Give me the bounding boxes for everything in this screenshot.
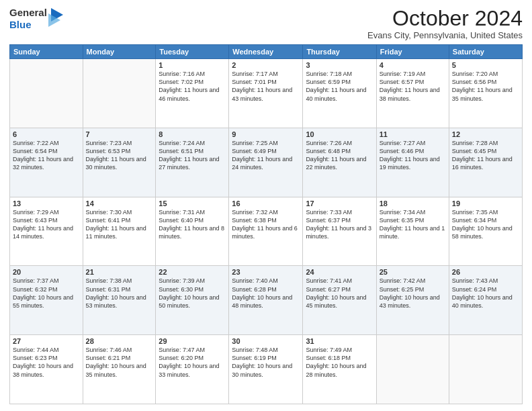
day-number: 18	[380, 199, 446, 208]
day-number: 21	[86, 268, 153, 276]
day-info: Sunrise: 7:27 AM Sunset: 6:46 PM Dayligh…	[380, 139, 446, 172]
table-row: 28Sunrise: 7:46 AM Sunset: 6:21 PM Dayli…	[83, 335, 156, 404]
day-number: 14	[86, 199, 153, 208]
day-info: Sunrise: 7:31 AM Sunset: 6:40 PM Dayligh…	[159, 208, 226, 241]
day-number: 25	[380, 268, 446, 276]
table-row: 11Sunrise: 7:27 AM Sunset: 6:46 PM Dayli…	[376, 128, 449, 197]
day-number: 7	[86, 130, 153, 138]
day-info: Sunrise: 7:42 AM Sunset: 6:25 PM Dayligh…	[380, 277, 446, 310]
col-tuesday: Tuesday	[156, 45, 229, 59]
day-info: Sunrise: 7:16 AM Sunset: 7:02 PM Dayligh…	[159, 70, 226, 103]
table-row: 18Sunrise: 7:34 AM Sunset: 6:35 PM Dayli…	[376, 197, 449, 266]
day-info: Sunrise: 7:22 AM Sunset: 6:54 PM Dayligh…	[13, 139, 80, 172]
day-number: 15	[159, 199, 226, 208]
table-row: 27Sunrise: 7:44 AM Sunset: 6:23 PM Dayli…	[10, 335, 83, 404]
table-row: 1Sunrise: 7:16 AM Sunset: 7:02 PM Daylig…	[156, 59, 229, 128]
table-row: 7Sunrise: 7:23 AM Sunset: 6:53 PM Daylig…	[83, 128, 156, 197]
table-row: 9Sunrise: 7:25 AM Sunset: 6:49 PM Daylig…	[229, 128, 303, 197]
day-number: 5	[452, 61, 519, 69]
table-row: 25Sunrise: 7:42 AM Sunset: 6:25 PM Dayli…	[376, 266, 449, 335]
col-sunday: Sunday	[10, 45, 83, 59]
day-info: Sunrise: 7:47 AM Sunset: 6:20 PM Dayligh…	[159, 346, 226, 379]
day-info: Sunrise: 7:18 AM Sunset: 6:59 PM Dayligh…	[306, 70, 373, 103]
table-row: 10Sunrise: 7:26 AM Sunset: 6:48 PM Dayli…	[303, 128, 376, 197]
day-info: Sunrise: 7:38 AM Sunset: 6:31 PM Dayligh…	[86, 277, 153, 310]
day-number: 20	[13, 268, 80, 276]
day-info: Sunrise: 7:49 AM Sunset: 6:18 PM Dayligh…	[306, 346, 373, 379]
day-info: Sunrise: 7:20 AM Sunset: 6:56 PM Dayligh…	[452, 70, 519, 103]
calendar-table: Sunday Monday Tuesday Wednesday Thursday…	[9, 44, 523, 404]
day-number: 2	[232, 61, 300, 69]
day-number: 1	[159, 61, 226, 69]
table-row: 30Sunrise: 7:48 AM Sunset: 6:19 PM Dayli…	[229, 335, 303, 404]
table-row: 14Sunrise: 7:30 AM Sunset: 6:41 PM Dayli…	[83, 197, 156, 266]
day-info: Sunrise: 7:41 AM Sunset: 6:27 PM Dayligh…	[306, 277, 373, 310]
table-row: 16Sunrise: 7:32 AM Sunset: 6:38 PM Dayli…	[229, 197, 303, 266]
title-block: October 2024 Evans City, Pennsylvania, U…	[367, 7, 523, 40]
day-info: Sunrise: 7:40 AM Sunset: 6:28 PM Dayligh…	[232, 277, 300, 310]
header: General Blue October 2024 Evans City, Pe…	[9, 7, 523, 40]
table-row: 8Sunrise: 7:24 AM Sunset: 6:51 PM Daylig…	[156, 128, 229, 197]
day-info: Sunrise: 7:37 AM Sunset: 6:32 PM Dayligh…	[13, 277, 80, 310]
day-number: 16	[232, 199, 300, 208]
table-row: 6Sunrise: 7:22 AM Sunset: 6:54 PM Daylig…	[10, 128, 83, 197]
table-row	[449, 335, 522, 404]
table-row: 19Sunrise: 7:35 AM Sunset: 6:34 PM Dayli…	[449, 197, 522, 266]
table-row: 24Sunrise: 7:41 AM Sunset: 6:27 PM Dayli…	[303, 266, 376, 335]
logo-text: General Blue	[9, 7, 47, 31]
table-row	[10, 59, 83, 128]
month-title: October 2024	[367, 7, 523, 30]
day-info: Sunrise: 7:34 AM Sunset: 6:35 PM Dayligh…	[380, 208, 446, 241]
page: General Blue October 2024 Evans City, Pe…	[0, 0, 532, 411]
day-number: 31	[306, 337, 373, 345]
logo-blue: Blue	[9, 19, 32, 30]
table-row: 31Sunrise: 7:49 AM Sunset: 6:18 PM Dayli…	[303, 335, 376, 404]
day-info: Sunrise: 7:48 AM Sunset: 6:19 PM Dayligh…	[232, 346, 300, 379]
table-row: 26Sunrise: 7:43 AM Sunset: 6:24 PM Dayli…	[449, 266, 522, 335]
table-row: 22Sunrise: 7:39 AM Sunset: 6:30 PM Dayli…	[156, 266, 229, 335]
table-row	[83, 59, 156, 128]
logo-icon	[48, 8, 63, 30]
day-number: 19	[452, 199, 519, 208]
table-row: 12Sunrise: 7:28 AM Sunset: 6:45 PM Dayli…	[449, 128, 522, 197]
logo-general: General	[9, 7, 47, 18]
day-number: 23	[232, 268, 300, 276]
calendar-header-row: Sunday Monday Tuesday Wednesday Thursday…	[10, 45, 523, 59]
day-number: 13	[13, 199, 80, 208]
col-friday: Friday	[376, 45, 449, 59]
day-info: Sunrise: 7:29 AM Sunset: 6:43 PM Dayligh…	[13, 208, 80, 241]
day-info: Sunrise: 7:30 AM Sunset: 6:41 PM Dayligh…	[86, 208, 153, 241]
col-thursday: Thursday	[303, 45, 376, 59]
table-row	[376, 335, 449, 404]
day-info: Sunrise: 7:32 AM Sunset: 6:38 PM Dayligh…	[232, 208, 300, 241]
day-number: 12	[452, 130, 519, 138]
day-number: 28	[86, 337, 153, 345]
table-row: 20Sunrise: 7:37 AM Sunset: 6:32 PM Dayli…	[10, 266, 83, 335]
table-row: 5Sunrise: 7:20 AM Sunset: 6:56 PM Daylig…	[449, 59, 522, 128]
col-saturday: Saturday	[449, 45, 522, 59]
day-info: Sunrise: 7:33 AM Sunset: 6:37 PM Dayligh…	[306, 208, 373, 241]
col-monday: Monday	[83, 45, 156, 59]
day-number: 4	[380, 61, 446, 69]
table-row: 2Sunrise: 7:17 AM Sunset: 7:01 PM Daylig…	[229, 59, 303, 128]
day-number: 8	[159, 130, 226, 138]
day-number: 3	[306, 61, 373, 69]
day-info: Sunrise: 7:39 AM Sunset: 6:30 PM Dayligh…	[159, 277, 226, 310]
day-info: Sunrise: 7:25 AM Sunset: 6:49 PM Dayligh…	[232, 139, 300, 172]
day-info: Sunrise: 7:43 AM Sunset: 6:24 PM Dayligh…	[452, 277, 519, 310]
day-number: 29	[159, 337, 226, 345]
table-row: 15Sunrise: 7:31 AM Sunset: 6:40 PM Dayli…	[156, 197, 229, 266]
day-number: 6	[13, 130, 80, 138]
day-info: Sunrise: 7:23 AM Sunset: 6:53 PM Dayligh…	[86, 139, 153, 172]
col-wednesday: Wednesday	[229, 45, 303, 59]
table-row: 23Sunrise: 7:40 AM Sunset: 6:28 PM Dayli…	[229, 266, 303, 335]
day-number: 11	[380, 130, 446, 138]
day-info: Sunrise: 7:17 AM Sunset: 7:01 PM Dayligh…	[232, 70, 300, 103]
table-row: 17Sunrise: 7:33 AM Sunset: 6:37 PM Dayli…	[303, 197, 376, 266]
day-info: Sunrise: 7:28 AM Sunset: 6:45 PM Dayligh…	[452, 139, 519, 172]
day-number: 17	[306, 199, 373, 208]
logo: General Blue	[9, 7, 63, 31]
day-number: 26	[452, 268, 519, 276]
table-row: 29Sunrise: 7:47 AM Sunset: 6:20 PM Dayli…	[156, 335, 229, 404]
day-info: Sunrise: 7:35 AM Sunset: 6:34 PM Dayligh…	[452, 208, 519, 241]
